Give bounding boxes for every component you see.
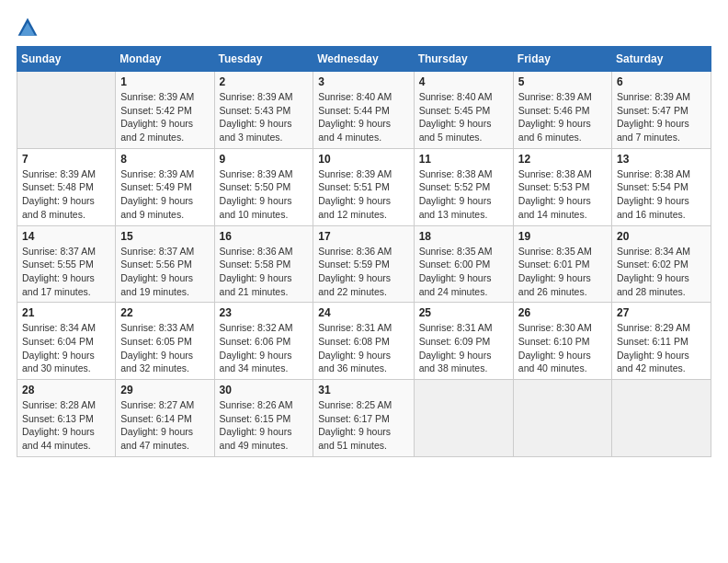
day-info: Sunrise: 8:30 AMSunset: 6:10 PMDaylight:… bbox=[518, 321, 607, 375]
weekday-header-tuesday: Tuesday bbox=[214, 47, 313, 72]
calendar-table: SundayMondayTuesdayWednesdayThursdayFrid… bbox=[17, 46, 711, 457]
day-info: Sunrise: 8:40 AMSunset: 5:45 PMDaylight:… bbox=[419, 90, 508, 144]
day-number: 19 bbox=[518, 230, 607, 243]
calendar-cell: 1Sunrise: 8:39 AMSunset: 5:42 PMDaylight… bbox=[116, 72, 214, 149]
day-number: 15 bbox=[120, 230, 209, 243]
day-info: Sunrise: 8:27 AMSunset: 6:14 PMDaylight:… bbox=[120, 398, 209, 453]
day-info: Sunrise: 8:26 AMSunset: 6:15 PMDaylight:… bbox=[220, 398, 309, 453]
day-number: 26 bbox=[518, 306, 607, 319]
calendar-cell: 5Sunrise: 8:39 AMSunset: 5:46 PMDaylight… bbox=[513, 72, 611, 149]
day-number: 29 bbox=[120, 384, 209, 396]
day-info: Sunrise: 8:38 AMSunset: 5:54 PMDaylight:… bbox=[617, 167, 706, 222]
day-number: 16 bbox=[220, 230, 309, 243]
calendar-cell: 9Sunrise: 8:39 AMSunset: 5:50 PMDaylight… bbox=[214, 148, 313, 225]
calendar-cell: 3Sunrise: 8:40 AMSunset: 5:44 PMDaylight… bbox=[313, 72, 414, 149]
day-info: Sunrise: 8:38 AMSunset: 5:52 PMDaylight:… bbox=[419, 167, 508, 222]
calendar-cell: 12Sunrise: 8:38 AMSunset: 5:53 PMDayligh… bbox=[513, 148, 611, 225]
weekday-row: SundayMondayTuesdayWednesdayThursdayFrid… bbox=[17, 47, 711, 72]
calendar-cell: 13Sunrise: 8:38 AMSunset: 5:54 PMDayligh… bbox=[612, 148, 711, 225]
logo-icon bbox=[17, 17, 39, 39]
calendar-header: SundayMondayTuesdayWednesdayThursdayFrid… bbox=[17, 47, 711, 72]
calendar-cell: 18Sunrise: 8:35 AMSunset: 6:00 PMDayligh… bbox=[414, 225, 513, 303]
day-number: 8 bbox=[120, 153, 209, 166]
day-number: 3 bbox=[318, 75, 408, 88]
weekday-header-monday: Monday bbox=[116, 47, 214, 72]
logo bbox=[17, 17, 40, 39]
calendar-cell: 24Sunrise: 8:31 AMSunset: 6:08 PMDayligh… bbox=[313, 303, 414, 380]
day-number: 7 bbox=[22, 153, 110, 166]
day-info: Sunrise: 8:25 AMSunset: 6:17 PMDaylight:… bbox=[318, 398, 408, 453]
calendar-cell: 11Sunrise: 8:38 AMSunset: 5:52 PMDayligh… bbox=[414, 148, 513, 225]
calendar-cell: 31Sunrise: 8:25 AMSunset: 6:17 PMDayligh… bbox=[313, 380, 414, 457]
weekday-header-thursday: Thursday bbox=[414, 47, 513, 72]
calendar-cell: 20Sunrise: 8:34 AMSunset: 6:02 PMDayligh… bbox=[612, 225, 711, 303]
calendar-cell: 16Sunrise: 8:36 AMSunset: 5:58 PMDayligh… bbox=[214, 225, 313, 303]
calendar-cell bbox=[17, 72, 116, 149]
calendar-cell: 26Sunrise: 8:30 AMSunset: 6:10 PMDayligh… bbox=[513, 303, 611, 380]
day-number: 27 bbox=[617, 306, 706, 319]
day-info: Sunrise: 8:29 AMSunset: 6:11 PMDaylight:… bbox=[617, 321, 706, 375]
calendar-cell bbox=[513, 380, 611, 457]
day-info: Sunrise: 8:40 AMSunset: 5:44 PMDaylight:… bbox=[318, 90, 408, 144]
day-number: 12 bbox=[518, 153, 607, 166]
calendar-cell: 22Sunrise: 8:33 AMSunset: 6:05 PMDayligh… bbox=[116, 303, 214, 380]
day-info: Sunrise: 8:33 AMSunset: 6:05 PMDaylight:… bbox=[120, 321, 209, 375]
calendar-cell: 15Sunrise: 8:37 AMSunset: 5:56 PMDayligh… bbox=[116, 225, 214, 303]
calendar-cell: 30Sunrise: 8:26 AMSunset: 6:15 PMDayligh… bbox=[214, 380, 313, 457]
day-info: Sunrise: 8:39 AMSunset: 5:43 PMDaylight:… bbox=[220, 90, 309, 144]
day-number: 30 bbox=[220, 384, 309, 396]
page-header bbox=[17, 17, 711, 39]
day-info: Sunrise: 8:36 AMSunset: 5:58 PMDaylight:… bbox=[220, 245, 309, 299]
day-number: 24 bbox=[318, 306, 408, 319]
calendar-cell: 8Sunrise: 8:39 AMSunset: 5:49 PMDaylight… bbox=[116, 148, 214, 225]
day-number: 6 bbox=[617, 75, 706, 88]
day-info: Sunrise: 8:39 AMSunset: 5:50 PMDaylight:… bbox=[220, 167, 309, 222]
day-info: Sunrise: 8:34 AMSunset: 6:02 PMDaylight:… bbox=[617, 245, 706, 299]
weekday-header-sunday: Sunday bbox=[17, 47, 116, 72]
day-info: Sunrise: 8:34 AMSunset: 6:04 PMDaylight:… bbox=[22, 321, 110, 375]
day-number: 1 bbox=[120, 75, 209, 88]
day-number: 21 bbox=[22, 306, 110, 319]
day-number: 10 bbox=[318, 153, 408, 166]
calendar-body: 1Sunrise: 8:39 AMSunset: 5:42 PMDaylight… bbox=[17, 72, 711, 457]
calendar-cell: 28Sunrise: 8:28 AMSunset: 6:13 PMDayligh… bbox=[17, 380, 116, 457]
day-info: Sunrise: 8:39 AMSunset: 5:51 PMDaylight:… bbox=[318, 167, 408, 222]
day-info: Sunrise: 8:39 AMSunset: 5:47 PMDaylight:… bbox=[617, 90, 706, 144]
calendar-cell: 2Sunrise: 8:39 AMSunset: 5:43 PMDaylight… bbox=[214, 72, 313, 149]
day-info: Sunrise: 8:39 AMSunset: 5:42 PMDaylight:… bbox=[120, 90, 209, 144]
day-info: Sunrise: 8:37 AMSunset: 5:56 PMDaylight:… bbox=[120, 245, 209, 299]
calendar-cell: 23Sunrise: 8:32 AMSunset: 6:06 PMDayligh… bbox=[214, 303, 313, 380]
calendar-cell: 14Sunrise: 8:37 AMSunset: 5:55 PMDayligh… bbox=[17, 225, 116, 303]
day-info: Sunrise: 8:36 AMSunset: 5:59 PMDaylight:… bbox=[318, 245, 408, 299]
day-number: 31 bbox=[318, 384, 408, 396]
day-info: Sunrise: 8:35 AMSunset: 6:00 PMDaylight:… bbox=[419, 245, 508, 299]
day-info: Sunrise: 8:39 AMSunset: 5:46 PMDaylight:… bbox=[518, 90, 607, 144]
weekday-header-wednesday: Wednesday bbox=[313, 47, 414, 72]
calendar-week-1: 1Sunrise: 8:39 AMSunset: 5:42 PMDaylight… bbox=[17, 72, 711, 149]
day-info: Sunrise: 8:37 AMSunset: 5:55 PMDaylight:… bbox=[22, 245, 110, 299]
day-number: 5 bbox=[518, 75, 607, 88]
calendar-week-5: 28Sunrise: 8:28 AMSunset: 6:13 PMDayligh… bbox=[17, 380, 711, 457]
calendar-cell bbox=[414, 380, 513, 457]
calendar-cell: 27Sunrise: 8:29 AMSunset: 6:11 PMDayligh… bbox=[612, 303, 711, 380]
day-number: 4 bbox=[419, 75, 508, 88]
calendar-cell: 17Sunrise: 8:36 AMSunset: 5:59 PMDayligh… bbox=[313, 225, 414, 303]
calendar-cell: 19Sunrise: 8:35 AMSunset: 6:01 PMDayligh… bbox=[513, 225, 611, 303]
day-number: 28 bbox=[22, 384, 110, 396]
day-info: Sunrise: 8:35 AMSunset: 6:01 PMDaylight:… bbox=[518, 245, 607, 299]
calendar-week-4: 21Sunrise: 8:34 AMSunset: 6:04 PMDayligh… bbox=[17, 303, 711, 380]
calendar-week-3: 14Sunrise: 8:37 AMSunset: 5:55 PMDayligh… bbox=[17, 225, 711, 303]
calendar-cell: 21Sunrise: 8:34 AMSunset: 6:04 PMDayligh… bbox=[17, 303, 116, 380]
day-number: 23 bbox=[220, 306, 309, 319]
day-number: 11 bbox=[419, 153, 508, 166]
calendar-cell: 7Sunrise: 8:39 AMSunset: 5:48 PMDaylight… bbox=[17, 148, 116, 225]
calendar-week-2: 7Sunrise: 8:39 AMSunset: 5:48 PMDaylight… bbox=[17, 148, 711, 225]
day-info: Sunrise: 8:28 AMSunset: 6:13 PMDaylight:… bbox=[22, 398, 110, 453]
calendar-cell: 6Sunrise: 8:39 AMSunset: 5:47 PMDaylight… bbox=[612, 72, 711, 149]
day-number: 2 bbox=[220, 75, 309, 88]
weekday-header-saturday: Saturday bbox=[612, 47, 711, 72]
day-info: Sunrise: 8:31 AMSunset: 6:09 PMDaylight:… bbox=[419, 321, 508, 375]
calendar-cell: 25Sunrise: 8:31 AMSunset: 6:09 PMDayligh… bbox=[414, 303, 513, 380]
day-info: Sunrise: 8:39 AMSunset: 5:49 PMDaylight:… bbox=[120, 167, 209, 222]
day-number: 9 bbox=[220, 153, 309, 166]
